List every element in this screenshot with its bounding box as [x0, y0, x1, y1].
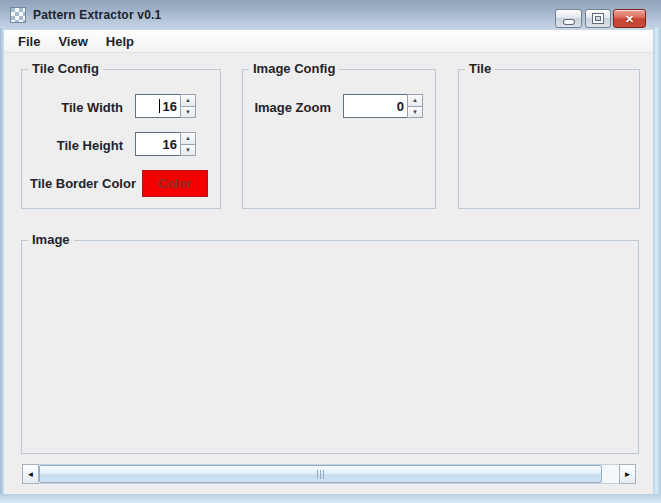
tile-height-input[interactable]: 16	[135, 132, 180, 156]
tile-preview-panel: Tile	[458, 69, 640, 209]
tile-height-value: 16	[163, 137, 177, 152]
menu-view[interactable]: View	[49, 32, 96, 51]
tile-config-group: Tile Config Tile Width 16 ▲ ▼ Tile Heigh…	[21, 69, 221, 209]
image-panel-title: Image	[28, 232, 74, 247]
scroll-left-icon: ◄	[27, 470, 35, 479]
image-canvas-panel: Image	[21, 240, 639, 454]
image-zoom-up-button[interactable]: ▲	[408, 95, 422, 106]
scroll-right-icon: ►	[624, 470, 632, 479]
tile-width-up-button[interactable]: ▲	[181, 95, 195, 106]
tile-width-value: 16	[163, 99, 177, 114]
image-config-group: Image Config Image Zoom 0 ▲ ▼	[242, 69, 436, 209]
menu-bar: File View Help	[4, 30, 653, 53]
window-title: Pattern Extractor v0.1	[33, 8, 161, 22]
tile-border-color-button[interactable]: Color	[142, 170, 208, 197]
app-window: Pattern Extractor v0.1 ✕ File View Help …	[0, 0, 661, 503]
scrollbar-track[interactable]	[39, 464, 619, 484]
menu-help[interactable]: Help	[97, 32, 143, 51]
image-zoom-value: 0	[397, 99, 404, 114]
horizontal-scrollbar: ◄ ►	[22, 464, 636, 484]
menu-file[interactable]: File	[9, 32, 49, 51]
spin-up-icon: ▲	[185, 97, 191, 103]
close-icon: ✕	[625, 11, 634, 27]
scroll-left-button[interactable]: ◄	[22, 464, 39, 484]
image-zoom-spinner: 0 ▲ ▼	[343, 94, 423, 118]
spin-up-icon: ▲	[185, 135, 191, 141]
tile-height-down-button[interactable]: ▼	[181, 144, 195, 156]
close-button[interactable]: ✕	[613, 9, 646, 28]
tile-height-label: Tile Height	[24, 138, 123, 153]
spin-down-icon: ▼	[412, 109, 418, 115]
content-area: Tile Config Tile Width 16 ▲ ▼ Tile Heigh…	[4, 53, 653, 494]
image-zoom-label: Image Zoom	[253, 100, 331, 115]
image-zoom-spin-buttons: ▲ ▼	[407, 94, 423, 118]
tile-width-label: Tile Width	[24, 100, 123, 115]
image-zoom-down-button[interactable]: ▼	[408, 106, 422, 118]
tile-height-up-button[interactable]: ▲	[181, 133, 195, 144]
tile-config-title: Tile Config	[28, 61, 103, 76]
tile-width-input[interactable]: 16	[135, 94, 180, 118]
scrollbar-grip-icon	[317, 470, 324, 479]
maximize-button[interactable]	[585, 9, 611, 28]
tile-width-spinner: 16 ▲ ▼	[135, 94, 196, 118]
minimize-button[interactable]	[555, 9, 582, 28]
maximize-icon	[593, 14, 603, 23]
tile-border-color-label: Tile Border Color	[30, 176, 136, 191]
scrollbar-thumb[interactable]	[39, 465, 602, 483]
tile-width-down-button[interactable]: ▼	[181, 106, 195, 118]
tile-height-spinner: 16 ▲ ▼	[135, 132, 196, 156]
tile-panel-title: Tile	[465, 61, 495, 76]
spin-down-icon: ▼	[185, 147, 191, 153]
image-zoom-input[interactable]: 0	[343, 94, 407, 118]
window-border-bottom	[0, 494, 661, 503]
spin-up-icon: ▲	[412, 97, 418, 103]
app-pattern-icon	[10, 7, 26, 23]
tile-height-spin-buttons: ▲ ▼	[180, 132, 196, 156]
spin-down-icon: ▼	[185, 109, 191, 115]
text-caret	[159, 99, 160, 113]
image-config-title: Image Config	[249, 61, 339, 76]
titlebar[interactable]: Pattern Extractor v0.1 ✕	[0, 0, 661, 30]
tile-width-spin-buttons: ▲ ▼	[180, 94, 196, 118]
scroll-right-button[interactable]: ►	[619, 464, 636, 484]
window-border-left	[0, 28, 4, 503]
window-border-right	[653, 28, 661, 503]
minimize-icon	[564, 20, 574, 24]
